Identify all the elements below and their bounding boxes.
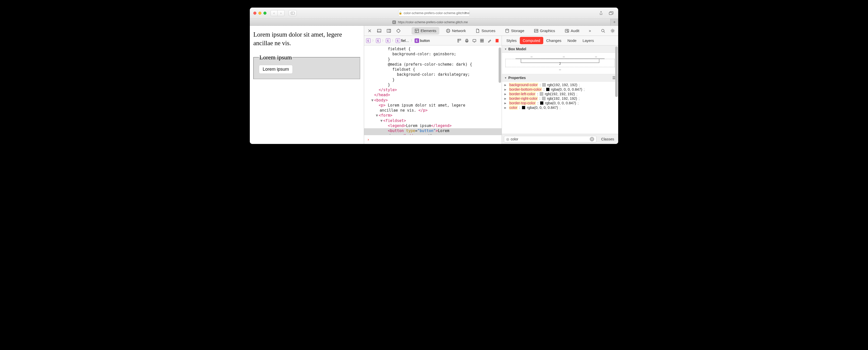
dom-line[interactable]: <button type="button">Lorem (364, 128, 502, 133)
tab-network[interactable]: Network (443, 27, 469, 35)
property-row[interactable]: ▶border-left-color: rgb(192, 192, 192); (504, 92, 616, 96)
filter-bar: ◎ color ✕ Classes (502, 134, 618, 144)
devtools-body: E〉 E〉 E〉 Efiel…〉 Ebutton (364, 36, 618, 144)
dock-bottom-button[interactable] (376, 28, 382, 34)
dom-line[interactable]: ▼<fieldset> (364, 118, 502, 123)
dom-line[interactable]: } (364, 82, 502, 87)
filter-value: color (511, 137, 518, 141)
svg-point-21 (612, 30, 613, 32)
dom-line[interactable]: @media (prefers-color-scheme: dark) { (364, 62, 502, 67)
share-button[interactable] (597, 10, 604, 16)
address-bar[interactable]: 🔒 color-scheme-prefers-color-scheme.glit… (398, 10, 470, 17)
browser-tab[interactable]: C https://color-scheme-prefers-color-sch… (250, 19, 611, 26)
dom-line[interactable]: } (364, 57, 502, 62)
dom-line[interactable]: ancillae ne vis. </p> (364, 108, 502, 113)
dom-scrollbar[interactable] (498, 46, 502, 135)
dom-line[interactable]: ▼<body> (364, 98, 502, 103)
tabs-button[interactable] (608, 10, 615, 16)
titlebar: ‹ › 🔒 color-scheme-prefers-color-scheme.… (250, 7, 618, 19)
crumb-1[interactable]: E〉 (376, 38, 385, 43)
styles-scrollbar[interactable] (615, 46, 618, 134)
properties-header[interactable]: ▼ Properties ☰ (502, 74, 618, 82)
dom-line[interactable]: fieldset { (364, 67, 502, 72)
tab-storage[interactable]: Storage (502, 27, 527, 35)
dom-line[interactable]: </head> (364, 92, 502, 97)
crumb-3[interactable]: Efiel…〉 (396, 38, 414, 43)
stab-styles[interactable]: Styles (503, 37, 520, 44)
lock-icon: 🔒 (399, 11, 402, 14)
zoom-window-button[interactable] (264, 11, 267, 14)
dom-line[interactable]: </style> (364, 87, 502, 92)
compositing-icon[interactable] (495, 38, 500, 43)
crumb-0[interactable]: E〉 (366, 38, 375, 43)
dom-line[interactable]: } (364, 77, 502, 82)
stab-layers[interactable]: Layers (580, 37, 597, 44)
crumb-4[interactable]: Ebutton (414, 38, 430, 43)
reload-button[interactable]: ⟳ (463, 10, 468, 16)
filter-input[interactable]: ◎ color ✕ (504, 136, 597, 142)
tab-elements[interactable]: Elements (411, 27, 439, 35)
dock-side-button[interactable] (386, 28, 392, 34)
back-button[interactable]: ‹ (271, 10, 278, 16)
dom-line[interactable]: ▼<form> (364, 113, 502, 118)
console-prompt-icon: › (367, 137, 370, 142)
grid-icon[interactable] (479, 38, 485, 43)
property-row[interactable]: ▶background-color: rgb(192, 192, 192); (504, 83, 616, 87)
search-button[interactable] (600, 28, 606, 34)
property-row[interactable]: ▶border-bottom-color: rgba(0, 0, 0, 0.84… (504, 87, 616, 92)
tab-graphics[interactable]: Graphics (531, 27, 558, 35)
stab-computed[interactable]: Computed (520, 37, 543, 44)
dom-line[interactable]: fieldset { (364, 47, 502, 52)
rulers-icon[interactable] (457, 38, 462, 43)
paint-icon[interactable] (487, 38, 492, 43)
tab-audit[interactable]: Audit (562, 27, 582, 35)
overflow-button[interactable]: » (587, 28, 593, 34)
svg-rect-25 (473, 39, 476, 42)
svg-point-16 (506, 29, 509, 30)
svg-rect-6 (389, 29, 391, 32)
print-icon[interactable] (464, 38, 469, 43)
page-fieldset: Lorem ipsum Lorem ipsum (253, 54, 360, 79)
svg-rect-23 (466, 39, 468, 40)
box-model-header[interactable]: ▼ Box Model (502, 46, 618, 53)
stab-node[interactable]: Node (564, 37, 580, 44)
crumb-2[interactable]: E〉 (386, 38, 395, 43)
dom-line[interactable]: background-color: gainsboro; (364, 52, 502, 57)
tab-sources[interactable]: Sources (472, 27, 498, 35)
forward-button[interactable]: › (278, 10, 285, 16)
classes-button[interactable]: Classes (599, 136, 616, 142)
sidebar-toggle-button[interactable] (289, 10, 297, 16)
stab-changes[interactable]: Changes (543, 37, 564, 44)
dom-line[interactable]: <p> Lorem ipsum dolor sit amet, legere (364, 103, 502, 108)
svg-rect-2 (609, 12, 612, 14)
disclosure-icon: ▼ (504, 48, 507, 51)
svg-point-7 (397, 29, 400, 32)
dom-line[interactable]: <legend>Lorem ipsum</legend> (364, 123, 502, 128)
elements-panel: E〉 E〉 E〉 Efiel…〉 Ebutton (364, 36, 502, 144)
box-model-value: 2 (538, 62, 582, 65)
property-row[interactable]: ▶border-top-color: rgba(0, 0, 0, 0.847); (504, 101, 616, 105)
minimize-window-button[interactable] (258, 11, 261, 14)
property-row[interactable]: ▶color: rgba(0, 0, 0, 0.847); (504, 105, 616, 110)
dom-line[interactable]: ipsum</button> = $0 (364, 133, 502, 135)
property-row[interactable]: ▶border-right-color: rgb(192, 192, 192); (504, 96, 616, 101)
tabs-icon (609, 11, 613, 15)
network-icon (446, 29, 451, 33)
settings-button[interactable] (610, 28, 616, 34)
svg-point-19 (601, 29, 604, 32)
clear-filter-button[interactable]: ✕ (590, 137, 594, 141)
filter-icon: ◎ (506, 137, 509, 141)
disclosure-icon: ▼ (504, 77, 507, 79)
close-window-button[interactable] (253, 11, 256, 14)
close-devtools-button[interactable] (367, 28, 373, 34)
page-viewport: Lorem ipsum dolor sit amet, legere ancil… (250, 26, 364, 144)
traffic-lights (253, 11, 267, 14)
new-tab-button[interactable]: ＋ (611, 19, 618, 26)
dom-line[interactable]: background-color: darkslategray; (364, 72, 502, 77)
dom-tree[interactable]: fieldset { background-color: gainsboro; … (364, 46, 502, 135)
device-icon[interactable] (472, 38, 477, 43)
page-button[interactable]: Lorem ipsum (259, 65, 293, 74)
storage-icon (505, 29, 509, 33)
inspect-element-button[interactable] (395, 28, 401, 34)
console-strip[interactable]: › (364, 135, 502, 144)
